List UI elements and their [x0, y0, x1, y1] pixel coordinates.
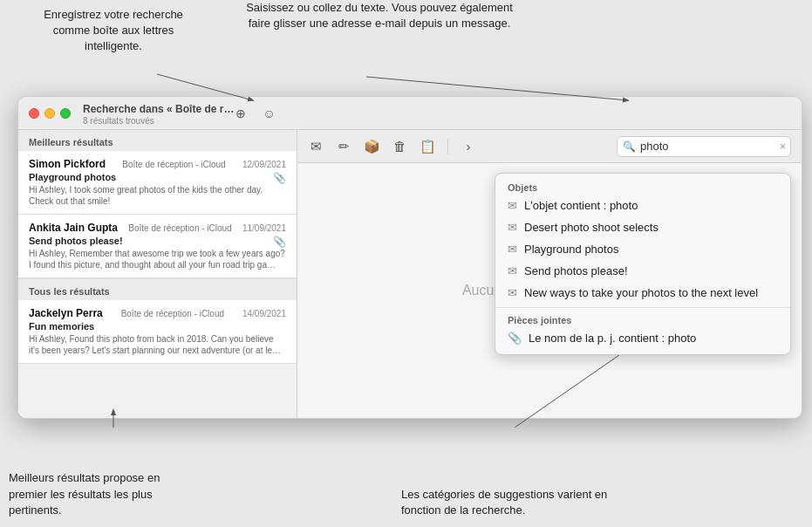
autocomplete-item-label: New ways to take your photos to the next… — [524, 286, 758, 299]
search-input-wrapper: 🔍 × — [617, 136, 791, 157]
search-bar: 🔍 × Objets ✉ L'objet contient : photo ✉ — [617, 136, 791, 157]
all-results-header: Tous les résultats — [18, 278, 297, 300]
message-header: Jackelyn Perra Boîte de réception - iClo… — [29, 307, 286, 319]
window-title-area: Recherche dans « Boîte de r… 8 résultats… — [83, 100, 234, 126]
autocomplete-item-label: Le nom de la p. j. contient : photo — [529, 332, 696, 345]
search-input[interactable] — [617, 136, 791, 157]
message-item[interactable]: Simon Pickford Boîte de réception - iClo… — [18, 151, 297, 215]
main-area: Meilleurs résultats Simon Pickford Boîte… — [18, 130, 802, 418]
toolbar-separator — [447, 139, 448, 154]
minimize-button[interactable] — [44, 108, 55, 119]
edit-icon[interactable]: ✏ — [336, 139, 351, 154]
autocomplete-item-label: Send photos please! — [524, 264, 628, 277]
filter-icon[interactable]: ☺ — [262, 106, 276, 120]
mail-window: Recherche dans « Boîte de r… 8 résultats… — [17, 96, 802, 419]
envelope-icon: ✉ — [508, 243, 517, 256]
envelope-icon: ✉ — [508, 286, 517, 299]
right-pane: ✉ ✏ 📦 🗑 📋 › 🔍 × Objets — [297, 130, 802, 418]
message-header: Ankita Jain Gupta Boîte de réception - i… — [29, 222, 286, 234]
trash-icon[interactable]: 🗑 — [392, 139, 407, 154]
message-subject: Playground photos 📎 — [29, 172, 286, 182]
message-mailbox: Boîte de réception - iCloud — [128, 223, 231, 233]
attachment-icon: 📎 — [273, 236, 286, 248]
paperclip-icon: 📎 — [508, 332, 522, 345]
add-mailbox-icon[interactable]: ⊕ — [234, 106, 248, 120]
autocomplete-item[interactable]: 📎 Le nom de la p. j. contient : photo — [495, 327, 790, 349]
search-clear-button[interactable]: × — [780, 140, 786, 153]
window-title: Recherche dans « Boîte de r… — [83, 103, 234, 115]
window-subtitle: 8 résultats trouvés — [83, 116, 234, 126]
autocomplete-item-label: Desert photo shoot selects — [524, 221, 658, 234]
objects-section-header: Objets — [495, 179, 790, 195]
autocomplete-item[interactable]: ✉ Desert photo shoot selects — [495, 216, 790, 238]
message-item[interactable]: Ankita Jain Gupta Boîte de réception - i… — [18, 215, 297, 278]
archive-icon[interactable]: 📦 — [364, 139, 379, 154]
message-preview: Hi Ashley, Found this photo from back in… — [29, 333, 286, 356]
traffic-lights — [29, 108, 71, 119]
message-date: 11/09/2021 — [242, 223, 286, 233]
message-mailbox: Boîte de réception - iCloud — [121, 309, 224, 318]
message-sender: Simon Pickford — [29, 158, 106, 170]
message-list-sidebar: Meilleurs résultats Simon Pickford Boîte… — [18, 130, 297, 418]
title-bar: Recherche dans « Boîte de r… 8 résultats… — [18, 97, 802, 130]
message-preview: Hi Ashley, I took some great photos of t… — [29, 184, 286, 207]
autocomplete-item-label: Playground photos — [524, 243, 618, 256]
best-results-header: Meilleurs résultats — [18, 130, 297, 151]
autocomplete-item[interactable]: ✉ New ways to take your photos to the ne… — [495, 282, 790, 304]
autocomplete-item[interactable]: ✉ Send photos please! — [495, 260, 790, 282]
compose-icon[interactable]: ✉ — [308, 139, 324, 154]
message-date: 12/09/2021 — [242, 160, 286, 169]
dropdown-divider — [495, 307, 790, 308]
close-button[interactable] — [29, 108, 39, 119]
annotation-top-right: Saisissez ou collez du texte. Vous pouve… — [244, 0, 515, 31]
more-icon[interactable]: › — [461, 139, 476, 154]
autocomplete-dropdown: Objets ✉ L'objet contient : photo ✉ Dese… — [495, 173, 791, 355]
attachment-icon: 📎 — [273, 172, 286, 184]
right-toolbar: ✉ ✏ 📦 🗑 📋 › 🔍 × Objets — [297, 130, 802, 163]
envelope-icon: ✉ — [508, 221, 517, 234]
maximize-button[interactable] — [60, 108, 71, 119]
message-subject: Fun memories — [29, 321, 286, 332]
title-bar-actions: ⊕ ☺ — [234, 106, 276, 120]
message-sender: Jackelyn Perra — [29, 307, 103, 319]
autocomplete-item[interactable]: ✉ Playground photos — [495, 238, 790, 260]
message-preview: Hi Ashley, Remember that awesome trip we… — [29, 248, 286, 270]
message-item[interactable]: Jackelyn Perra Boîte de réception - iClo… — [18, 300, 297, 364]
message-sender: Ankita Jain Gupta — [29, 222, 118, 234]
envelope-icon: ✉ — [508, 199, 517, 212]
message-mailbox: Boîte de réception - iCloud — [122, 160, 225, 169]
annotation-bottom-left: Meilleurs résultats propose en premier l… — [9, 470, 201, 518]
search-icon: 🔍 — [623, 140, 636, 153]
folder-icon[interactable]: 📋 — [420, 139, 435, 154]
annotation-bottom-right: Les catégories de suggestions varient en… — [401, 487, 628, 518]
attachments-section-header: Pièces jointes — [495, 311, 790, 327]
message-header: Simon Pickford Boîte de réception - iClo… — [29, 158, 286, 170]
autocomplete-item[interactable]: ✉ L'objet contient : photo — [495, 195, 790, 216]
envelope-icon: ✉ — [508, 264, 517, 277]
autocomplete-item-label: L'objet contient : photo — [524, 199, 638, 212]
annotation-top-left: Enregistrez votre recherche comme boîte … — [26, 7, 201, 55]
message-date: 14/09/2021 — [242, 309, 286, 318]
message-subject: Send photos please! 📎 — [29, 236, 286, 246]
